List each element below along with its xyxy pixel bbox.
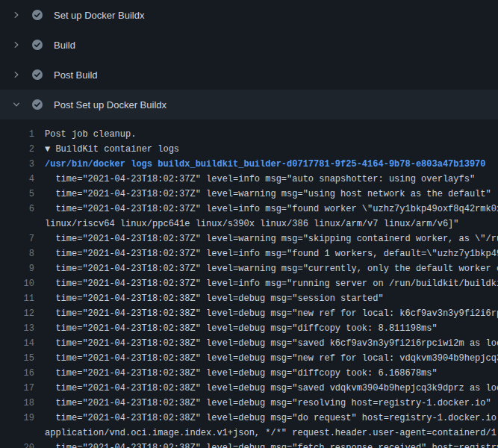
check-circle-icon (31, 9, 43, 21)
log-line: 4 time="2021-04-23T18:02:37Z" level=info… (0, 172, 498, 187)
log-line-text: time="2021-04-23T18:02:37Z" level=warnin… (45, 261, 498, 276)
log-line-number[interactable]: 20 (0, 441, 34, 448)
log-line: 3 /usr/bin/docker logs buildx_buildkit_b… (0, 157, 498, 172)
log-line-text: time="2021-04-23T18:02:38Z" level=debug … (45, 351, 498, 366)
log-line: 15 time="2021-04-23T18:02:38Z" level=deb… (0, 351, 498, 366)
log-line: 14 time="2021-04-23T18:02:38Z" level=deb… (0, 336, 498, 351)
log-line-text: BuildKit container logs (55, 142, 498, 157)
log-line-number[interactable]: 11 (0, 291, 34, 306)
log-line: 16 time="2021-04-23T18:02:38Z" level=deb… (0, 366, 498, 381)
log-line-text: time="2021-04-23T18:02:37Z" level=info m… (45, 246, 498, 261)
log-line: 5 time="2021-04-23T18:02:37Z" level=warn… (0, 187, 498, 202)
step-label: Build (52, 40, 75, 51)
log-line-number[interactable]: 12 (0, 306, 34, 321)
log-line-number[interactable]: 4 (0, 172, 34, 187)
log-line-text: time="2021-04-23T18:02:38Z" level=debug … (45, 441, 498, 448)
log-line: 2 ▼ BuildKit container logs (0, 142, 498, 157)
log-line-text: time="2021-04-23T18:02:38Z" level=debug … (45, 411, 498, 426)
log-line-number[interactable]: 1 (0, 127, 34, 142)
log-line-text: time="2021-04-23T18:02:37Z" level=info m… (45, 202, 498, 217)
log-line-text: time="2021-04-23T18:02:37Z" level=info m… (45, 172, 498, 187)
log-line-text: time="2021-04-23T18:02:37Z" level=warnin… (45, 187, 498, 202)
chevron-down-icon (10, 99, 22, 111)
log-line-number[interactable]: 19 (0, 411, 34, 426)
log-line-text: /usr/bin/docker logs buildx_buildkit_bui… (45, 157, 498, 172)
check-circle-icon (31, 39, 43, 51)
log-line-number[interactable]: 5 (0, 187, 34, 202)
log-line-text: time="2021-04-23T18:02:38Z" level=debug … (45, 291, 498, 306)
log-line-number[interactable]: 10 (0, 276, 34, 291)
log-line-text: time="2021-04-23T18:02:38Z" level=debug … (45, 396, 498, 411)
log-line-number[interactable] (0, 426, 34, 441)
log-line: 8 time="2021-04-23T18:02:37Z" level=info… (0, 246, 498, 261)
log-line: 10 time="2021-04-23T18:02:37Z" level=inf… (0, 276, 498, 291)
log-line-number[interactable] (0, 217, 34, 231)
step-label: Post Build (52, 69, 98, 81)
step-section-build[interactable]: Build (0, 30, 498, 60)
log-line-number[interactable]: 15 (0, 351, 34, 366)
log-line-text: application/vnd.oci.image.index.v1+json,… (45, 426, 498, 441)
log-line-text: time="2021-04-23T18:02:38Z" level=debug … (45, 336, 498, 351)
chevron-right-icon (10, 39, 22, 51)
log-line: 19 time="2021-04-23T18:02:38Z" level=deb… (0, 411, 498, 426)
step-label: Set up Docker Buildx (52, 10, 144, 21)
check-circle-icon (31, 99, 43, 111)
log-line: 20 time="2021-04-23T18:02:38Z" level=deb… (0, 441, 498, 448)
log-line-text: time="2021-04-23T18:02:38Z" level=debug … (45, 366, 498, 381)
log-line-text: time="2021-04-23T18:02:38Z" level=debug … (45, 381, 498, 396)
log-line-number[interactable]: 14 (0, 336, 34, 351)
log-line-number[interactable]: 2 (0, 142, 34, 157)
log-line-text: time="2021-04-23T18:02:37Z" level=warnin… (45, 231, 498, 246)
log-line-number[interactable]: 13 (0, 321, 34, 336)
step-section-post-build[interactable]: Post Build (0, 60, 498, 90)
log-line-number[interactable]: 18 (0, 396, 34, 411)
log-line-text: time="2021-04-23T18:02:38Z" level=debug … (45, 321, 498, 336)
log-line: 17 time="2021-04-23T18:02:38Z" level=deb… (0, 381, 498, 396)
log-line-text: Post job cleanup. (45, 127, 498, 142)
step-section-set-up-docker-buildx[interactable]: Set up Docker Buildx (0, 0, 498, 30)
actions-log-viewer: { "colors": { "background": "#161b22", "… (0, 0, 498, 448)
log-line: 7 time="2021-04-23T18:02:37Z" level=warn… (0, 231, 498, 246)
log-line-number[interactable]: 3 (0, 157, 34, 172)
log-line: 1 Post job cleanup. (0, 127, 498, 142)
log-line-text: time="2021-04-23T18:02:38Z" level=debug … (45, 306, 498, 321)
step-label: Post Set up Docker Buildx (52, 99, 166, 111)
log-line-number[interactable]: 9 (0, 261, 34, 276)
chevron-right-icon (10, 69, 22, 81)
log-line-number[interactable]: 8 (0, 246, 34, 261)
log-viewer: 1 Post job cleanup. 2 ▼ BuildKit contain… (0, 119, 498, 448)
group-toggle-icon[interactable]: ▼ (45, 142, 55, 157)
log-line: 6 time="2021-04-23T18:02:37Z" level=info… (0, 202, 498, 217)
log-line-number[interactable]: 16 (0, 366, 34, 381)
log-line: 18 time="2021-04-23T18:02:38Z" level=deb… (0, 396, 498, 411)
log-line-number[interactable]: 7 (0, 231, 34, 246)
chevron-right-icon (10, 9, 22, 21)
log-line: 9 time="2021-04-23T18:02:37Z" level=warn… (0, 261, 498, 276)
log-line: application/vnd.oci.image.index.v1+json,… (0, 426, 498, 441)
check-circle-icon (31, 69, 43, 81)
log-line: 12 time="2021-04-23T18:02:38Z" level=deb… (0, 306, 498, 321)
log-line: 11 time="2021-04-23T18:02:38Z" level=deb… (0, 291, 498, 306)
log-line-number[interactable]: 6 (0, 202, 34, 217)
log-line: linux/riscv64 linux/ppc641e linux/s390x … (0, 217, 498, 231)
log-line: 13 time="2021-04-23T18:02:38Z" level=deb… (0, 321, 498, 336)
log-line-number[interactable]: 17 (0, 381, 34, 396)
step-section-post-set-up-docker-buildx[interactable]: Post Set up Docker Buildx (0, 90, 498, 119)
log-line-text: linux/riscv64 linux/ppc641e linux/s390x … (45, 217, 498, 231)
log-line-text: time="2021-04-23T18:02:37Z" level=info m… (45, 276, 498, 291)
